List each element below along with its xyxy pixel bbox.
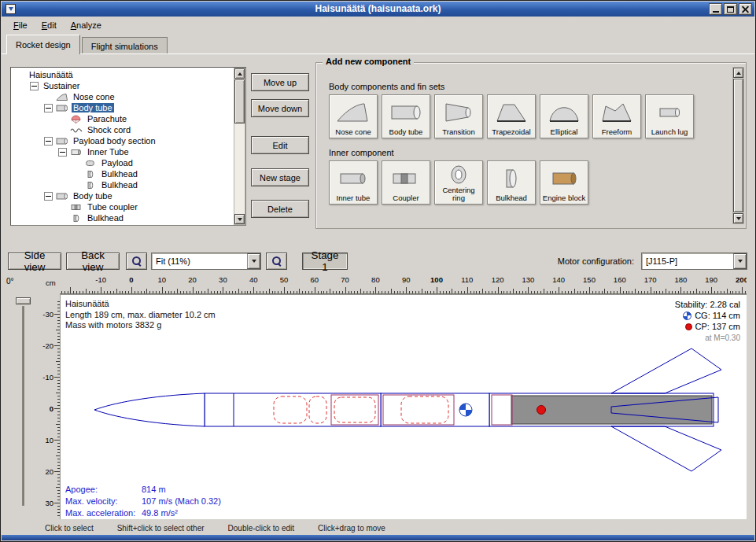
dropdown-button[interactable] (247, 253, 260, 269)
status-hint: Double-click to edit (228, 524, 294, 533)
ruler-label: 20 (45, 466, 53, 475)
add-freeform-button[interactable]: Freeform (592, 94, 641, 138)
tree-item-haisunäätä[interactable]: Haisunäätä (13, 69, 233, 80)
palette-row: Inner tubeCouplerCentering ringBulkheadE… (329, 160, 732, 205)
tab-flight-simulations[interactable]: Flight simulations (82, 37, 168, 54)
minimize-button[interactable] (709, 3, 722, 15)
rotation-slider-track[interactable] (22, 306, 24, 506)
zoom-select[interactable]: Fit (11%) (151, 253, 261, 270)
status-bar: Click to selectShift+click to select oth… (2, 519, 754, 536)
tree-item-inner-tube[interactable]: Inner Tube (13, 146, 233, 157)
bodytube-icon (56, 104, 69, 112)
stability-info: Stability: 2.28 cal CG: 114 cm CP: 137 c… (675, 299, 740, 343)
scrollbar-thumb[interactable] (733, 79, 743, 212)
status-hint: Click to select (45, 524, 94, 533)
trapezoidal-icon (494, 97, 529, 128)
zoom-in-button[interactable] (126, 253, 147, 270)
tree-item-bulkhead[interactable]: Bulkhead (13, 168, 233, 179)
tree-scrollbar[interactable] (234, 68, 245, 225)
max-acceleration-row: Max. acceleration:49.8 m/s² (65, 507, 221, 519)
add-launch-lug-button[interactable]: Launch lug (645, 94, 694, 138)
bulkhead-icon (84, 170, 98, 179)
max-acceleration-label: Max. acceleration: (65, 507, 142, 519)
close-button[interactable] (739, 3, 752, 15)
close-icon (742, 6, 749, 13)
stability-condition: at M=0.30 (705, 334, 740, 342)
delete-button[interactable]: Delete (251, 200, 309, 218)
palette-scrollbar[interactable] (732, 67, 744, 224)
menu-file[interactable]: File (6, 18, 35, 32)
nosecone-icon (56, 93, 69, 101)
tree-expander-icon[interactable] (58, 148, 67, 157)
dropdown-button[interactable] (733, 253, 747, 269)
tree-item-tube-coupler[interactable]: Tube coupler (13, 201, 233, 212)
rocket-mass: Mass with motors 3832 g (65, 320, 216, 331)
rotation-slider-thumb[interactable] (16, 297, 31, 304)
rocket-canvas[interactable]: Haisunäätä Length 189 cm, max. diameter … (60, 294, 747, 519)
menu-edit[interactable]: Edit (35, 18, 64, 32)
nose-cone-shape[interactable] (94, 393, 205, 426)
motor-configuration-select[interactable]: [J115-P] (641, 253, 747, 270)
tree-item-body-tube[interactable]: Body tube (13, 190, 233, 201)
max-velocity-label: Max. velocity: (65, 496, 142, 507)
add-component-panel: Add new component Body components and fi… (315, 62, 747, 229)
main-body-tube-shape[interactable] (205, 393, 381, 426)
add-inner-tube-button[interactable]: Inner tube (329, 160, 378, 205)
chevron-down-icon (252, 260, 256, 263)
ruler-label: 0 (129, 275, 133, 284)
ruler-unit-label: cm (46, 278, 56, 287)
stage-1-toggle[interactable]: Stage 1 (302, 253, 348, 270)
tree-item-sustainer[interactable]: Sustainer (13, 80, 233, 91)
add-centering-ring-button[interactable]: Centering ring (434, 160, 483, 205)
move-up-button[interactable]: Move up (251, 73, 309, 91)
scrollbar-thumb[interactable] (234, 79, 245, 124)
edit-button[interactable]: Edit (251, 136, 309, 154)
payload-body-section-shape[interactable] (381, 393, 489, 426)
component-tree[interactable]: HaisunäätäSustainerNose coneBody tubePar… (13, 69, 233, 223)
motor-configuration-label: Motor configuration: (558, 256, 634, 266)
menu-analyze[interactable]: Analyze (64, 18, 109, 32)
cg-icon (683, 312, 691, 320)
tree-item-parachute[interactable]: Parachute (13, 113, 233, 124)
side-view-button[interactable]: Side view (8, 253, 61, 270)
add-elliptical-button[interactable]: Elliptical (540, 94, 588, 138)
magnifier-icon (132, 256, 142, 266)
tree-item-label: Nose cone (72, 92, 116, 101)
add-trapezoidal-button[interactable]: Trapezoidal (487, 94, 536, 138)
tree-item-shock-cord[interactable]: Shock cord (13, 124, 233, 135)
scroll-down-button[interactable] (234, 214, 245, 224)
back-view-button[interactable]: Back view (66, 253, 120, 270)
tab-rocket-design[interactable]: Rocket design (6, 35, 80, 54)
bulkhead-icon (70, 214, 83, 223)
tree-item-bulkhead[interactable]: Bulkhead (13, 179, 233, 190)
bulkhead-icon (494, 163, 529, 194)
add-nose-cone-button[interactable]: Nose cone (329, 94, 378, 138)
add-coupler-button[interactable]: Coupler (382, 160, 430, 205)
tree-item-bulkhead[interactable]: Bulkhead (13, 212, 233, 223)
zoom-select-value: Fit (11%) (152, 253, 247, 269)
tree-item-payload-body-section[interactable]: Payload body section (13, 135, 233, 146)
scroll-down-button[interactable] (733, 213, 743, 223)
zoom-out-button[interactable] (266, 253, 287, 270)
engineblock-icon (547, 163, 581, 194)
tree-item-label: Bulkhead (86, 213, 125, 223)
scroll-up-button[interactable] (733, 68, 743, 78)
add-body-tube-button[interactable]: Body tube (382, 94, 430, 138)
move-down-button[interactable]: Move down (251, 99, 309, 117)
tree-expander-icon[interactable] (44, 104, 53, 112)
add-bulkhead-button[interactable]: Bulkhead (487, 160, 536, 205)
tree-expander-icon[interactable] (44, 137, 53, 146)
ruler-label: 80 (371, 275, 380, 284)
tree-item-nose-cone[interactable]: Nose cone (13, 91, 233, 102)
add-engine-block-button[interactable]: Engine block (540, 160, 588, 205)
tree-item-body-tube[interactable]: Body tube (13, 102, 233, 113)
payload-icon (84, 159, 98, 168)
scroll-up-button[interactable] (234, 68, 245, 79)
tree-item-payload[interactable]: Payload (13, 157, 233, 168)
tree-expander-icon[interactable] (30, 82, 39, 90)
new-stage-button[interactable]: New stage (251, 168, 309, 186)
maximize-button[interactable] (724, 3, 737, 15)
tree-expander-icon[interactable] (44, 192, 53, 201)
title-bar[interactable]: Haisunäätä (haisunaata.ork) (2, 2, 754, 17)
add-transition-button[interactable]: Transition (434, 94, 483, 138)
